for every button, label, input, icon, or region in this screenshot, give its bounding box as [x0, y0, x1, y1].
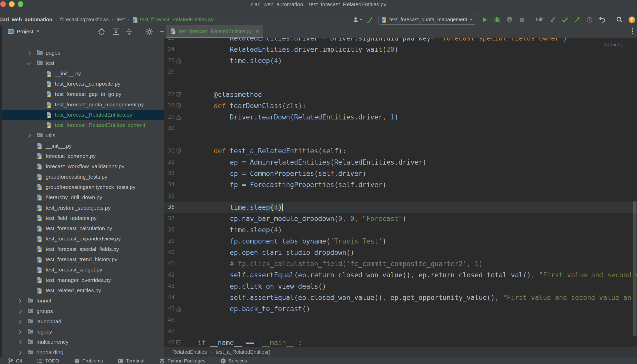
code-line[interactable]: 30: [164, 123, 637, 134]
tree-row[interactable]: multicurrency: [2, 337, 164, 347]
clari-hook-icon[interactable]: [366, 16, 373, 23]
chevron-right-icon[interactable]: [18, 320, 22, 324]
gear-icon[interactable]: [145, 28, 153, 36]
breadcrumb-item[interactable]: forecastingWorkflows: [60, 17, 109, 23]
chevron-down-icon[interactable]: [27, 61, 31, 65]
code-line[interactable]: 42 self.assertEqual(ep.return_closed_won…: [164, 269, 637, 281]
git-update-button[interactable]: [549, 16, 556, 23]
collapse-all-icon[interactable]: [125, 28, 133, 36]
chevron-right-icon[interactable]: [18, 340, 22, 345]
tree-row[interactable]: forecast_workflow_validations.py: [2, 161, 164, 171]
search-everywhere-icon[interactable]: [616, 16, 623, 23]
code-line[interactable]: 35: [164, 190, 637, 202]
tree-row[interactable]: groupforecastingsanitycheck_tests.py: [2, 182, 164, 192]
hide-panel-icon[interactable]: [159, 28, 164, 36]
code-line[interactable]: 48if __name__ == '__main__':: [164, 337, 637, 347]
code-line[interactable]: 46: [164, 315, 637, 326]
chevron-right-icon[interactable]: [18, 309, 22, 314]
fold-marker-icon[interactable]: [176, 103, 181, 109]
git-commit-button[interactable]: [561, 16, 569, 23]
tree-row[interactable]: test_related_entities.py: [2, 285, 164, 296]
code-line[interactable]: 33 cp = CommonProperties(self.driver): [164, 168, 637, 179]
run-configuration-select[interactable]: test_forecast_quota_management: [379, 15, 476, 25]
git-push-button[interactable]: [574, 16, 581, 23]
tree-row[interactable]: test_forecast_special_fields.py: [2, 244, 164, 254]
tab-test-forecast-relatedentities[interactable]: test_forecast_RelatedEntities.py ×: [166, 25, 263, 38]
close-tab-icon[interactable]: ×: [256, 28, 259, 35]
update-available-icon[interactable]: [628, 16, 635, 23]
chevron-right-icon[interactable]: [27, 51, 31, 55]
tree-row[interactable]: groupforecasting_tests.py: [2, 172, 164, 182]
breadcrumb-item[interactable]: clari_web_automation: [0, 17, 52, 23]
fold-marker-icon[interactable]: [176, 58, 181, 64]
tree-row[interactable]: test_forecast_calculation.py: [2, 223, 164, 234]
tree-row[interactable]: test: [2, 58, 164, 68]
git-rollback-button[interactable]: [598, 16, 605, 23]
code-line[interactable]: 43 ep.click_on_view_deals(): [164, 281, 637, 292]
chevron-right-icon[interactable]: [18, 351, 22, 355]
code-line[interactable]: 31 def test_a_RelatedEntities(self):: [164, 145, 637, 157]
editor-breadcrumb-item[interactable]: test_a_RelatedEntities(): [216, 349, 270, 355]
run-button[interactable]: [481, 16, 489, 23]
editor-options-icon[interactable]: [632, 28, 633, 34]
code-line[interactable]: 41 # fp.click_calculation_field('fc_comm…: [164, 258, 637, 269]
code-line[interactable]: 40 ep.open_clari_studio_dropdown(): [164, 247, 637, 258]
code-line[interactable]: 26: [164, 66, 637, 78]
tree-row[interactable]: launchpad: [2, 316, 164, 327]
chevron-right-icon[interactable]: [18, 299, 22, 303]
fold-marker-icon[interactable]: [176, 306, 181, 312]
statusbar-item-terminal[interactable]: Terminal: [118, 357, 144, 364]
tree-row[interactable]: funnel: [2, 296, 164, 306]
coverage-button[interactable]: [506, 16, 513, 23]
fold-marker-icon[interactable]: [176, 115, 181, 120]
fold-marker-icon[interactable]: [176, 92, 181, 97]
tree-row[interactable]: onboarding: [2, 347, 164, 357]
code-line[interactable]: 25 time.sleep(4): [164, 55, 637, 66]
tree-row[interactable]: test_forecast_gap_to_go.py: [2, 89, 164, 99]
code-line[interactable]: 34 fp = ForecastingProperties(self.drive…: [164, 179, 637, 190]
statusbar-item-git[interactable]: Git: [8, 357, 22, 364]
code-line[interactable]: 44 self.assertEqual(ep.closed_won_value(…: [164, 292, 637, 303]
debug-button[interactable]: [494, 16, 501, 23]
editor-scrollbar[interactable]: [633, 201, 636, 336]
code-line[interactable]: 24 RelatedEntities.driver.implicitly_wai…: [164, 44, 637, 55]
tree-row[interactable]: test_forecast_RelatedEntities_commit: [2, 120, 164, 130]
statusbar-item-services[interactable]: Services: [220, 357, 247, 364]
tree-row[interactable]: test_forecast_composite.py: [2, 79, 164, 89]
tree-row[interactable]: test_forecast_RelatedEntities.py: [2, 110, 164, 120]
user-menu-icon[interactable]: [354, 16, 361, 23]
tree-row[interactable]: __init__.py: [2, 141, 164, 151]
locate-icon[interactable]: [98, 28, 105, 36]
statusbar-item-python-packages[interactable]: Python Packages: [159, 357, 205, 364]
breadcrumb-item[interactable]: test: [116, 17, 125, 23]
code-line[interactable]: 37 cp.nav_bar_module_dropdown(0, 0, "For…: [164, 213, 637, 224]
tree-row[interactable]: forecast_common.py: [2, 151, 164, 161]
editor-breadcrumb-item[interactable]: RelatedEntities: [172, 349, 207, 355]
code-line[interactable]: 36 time.sleep(4): [164, 202, 637, 213]
editor-area[interactable]: 23 RelatedEntities.driver = Driver.signi…: [164, 25, 637, 347]
project-panel-title[interactable]: Project: [8, 25, 39, 38]
tree-row[interactable]: test_custom_subobjects.py: [2, 203, 164, 213]
statusbar-item-problems[interactable]: Problems: [74, 357, 103, 364]
chevron-right-icon[interactable]: [18, 330, 22, 334]
code-line[interactable]: 29 Driver.tearDown(RelatedEntities.drive…: [164, 112, 637, 123]
code-line[interactable]: 28 def tearDownClass(cls):: [164, 100, 637, 112]
expand-all-icon[interactable]: [112, 28, 120, 36]
statusbar-item-todo[interactable]: TODO: [37, 357, 59, 364]
fold-marker-icon[interactable]: [176, 340, 181, 345]
chevron-right-icon[interactable]: [27, 134, 31, 138]
tree-row[interactable]: groups: [2, 306, 164, 316]
code-line[interactable]: 45 ep.back_to_forcast(): [164, 303, 637, 315]
code-line[interactable]: 39 fp.component_tabs_byname('Travis Test…: [164, 236, 637, 247]
tree-row[interactable]: test_forecast_quota_management.py: [2, 99, 164, 110]
fold-marker-icon[interactable]: [176, 148, 181, 154]
tree-row[interactable]: test_forecast_expandedview.py: [2, 234, 164, 244]
code-line[interactable]: 38 time.sleep(4): [164, 224, 637, 236]
code-line[interactable]: 27 @classmethod: [164, 89, 637, 100]
tree-row[interactable]: pages: [2, 48, 164, 58]
tree-row[interactable]: __init__.py: [2, 68, 164, 79]
tree-row[interactable]: hierarchy_drill_down.py: [2, 192, 164, 203]
tree-row[interactable]: test_manager_overrides.py: [2, 275, 164, 285]
tree-row[interactable]: test_forecast_trend_history.py: [2, 254, 164, 265]
code-line[interactable]: 47: [164, 326, 637, 337]
